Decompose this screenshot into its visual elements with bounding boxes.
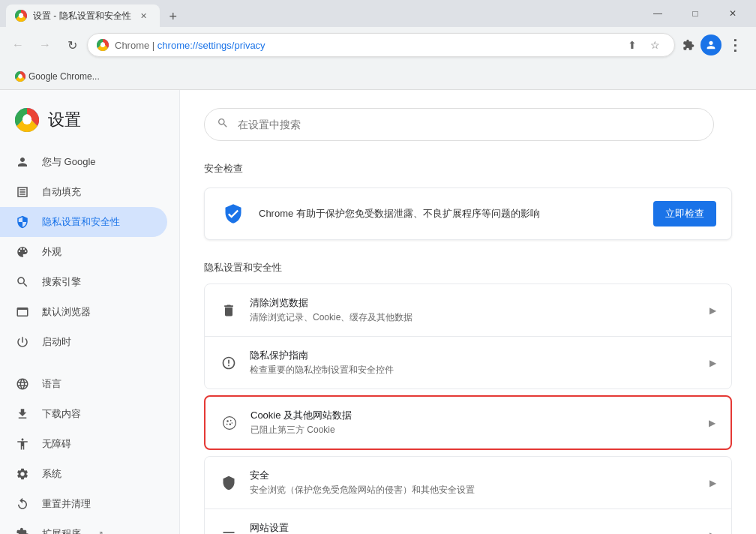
sidebar-item-autofill[interactable]: 自动填充 <box>0 177 167 207</box>
toolbar-icons: ⋮ <box>678 33 747 57</box>
bookmarks-bar: Google Chrome... <box>0 63 756 90</box>
address-favicon <box>97 39 109 51</box>
address-actions: ⬆ ☆ <box>622 34 665 56</box>
maximize-button[interactable]: □ <box>678 0 712 27</box>
refresh-button[interactable]: ↻ <box>60 33 84 57</box>
setting-item-site-settings[interactable]: 网站设置 控制网站可以使用和显示什么信息（如位置信息、摄像头、弹出式窗口及其他）… <box>205 509 731 534</box>
svg-point-11 <box>22 116 32 124</box>
privacy-guide-desc: 检查重要的隐私控制设置和安全控件 <box>250 364 698 376</box>
sidebar-item-extensions[interactable]: 扩展程序 ↗ <box>0 519 167 534</box>
privacy-guide-title: 隐私保护指南 <box>250 349 698 362</box>
sidebar-item-browser[interactable]: 默认浏览器 <box>0 297 167 327</box>
privacy-guide-icon <box>220 354 238 372</box>
privacy-icon <box>15 214 30 230</box>
downloads-icon <box>15 406 30 422</box>
sidebar-item-startup[interactable]: 启动时 <box>0 327 167 357</box>
profile-button[interactable] <box>700 34 722 56</box>
clear-browsing-arrow: ▶ <box>710 305 716 316</box>
browser-label: 默认浏览器 <box>42 305 91 319</box>
safety-check-card: Chrome 有助于保护您免受数据泄露、不良扩展程序等问题的影响 立即检查 <box>204 188 732 240</box>
titlebar: 设置 - 隐私设置和安全性 ✕ + — □ ✕ <box>0 0 756 27</box>
security-title: 安全 <box>250 469 698 482</box>
settings-group-1: 清除浏览数据 清除浏览记录、Cookie、缓存及其他数据 ▶ 隐私保护指南 检查… <box>204 284 732 389</box>
site-settings-text: 网站设置 控制网站可以使用和显示什么信息（如位置信息、摄像头、弹出式窗口及其他） <box>250 521 698 534</box>
active-tab[interactable]: 设置 - 隐私设置和安全性 ✕ <box>6 4 160 27</box>
extensions-external-icon: ↗ <box>96 529 104 534</box>
safety-check-button[interactable]: 立即检查 <box>653 201 716 226</box>
address-url: Chrome | chrome://settings/privacy <box>115 40 616 51</box>
sidebar-title: 设置 <box>48 109 81 131</box>
safety-check-description: Chrome 有助于保护您免受数据泄露、不良扩展程序等问题的影响 <box>259 207 641 220</box>
share-button[interactable]: ⬆ <box>622 34 643 56</box>
svg-point-2 <box>19 14 23 18</box>
tab-title: 设置 - 隐私设置和安全性 <box>33 10 131 22</box>
back-button[interactable]: ← <box>6 33 30 57</box>
tab-bar: 设置 - 隐私设置和安全性 ✕ + <box>6 0 640 27</box>
sidebar-item-privacy[interactable]: 隐私设置和安全性 <box>0 207 167 237</box>
reset-icon <box>15 496 30 512</box>
extensions-button[interactable] <box>678 34 699 56</box>
autofill-icon <box>15 184 30 200</box>
search-input[interactable] <box>238 118 701 130</box>
privacy-section-title: 隐私设置和安全性 <box>204 261 732 274</box>
navbar: ← → ↻ Chrome | chrome://settings/privacy… <box>0 27 756 63</box>
downloads-label: 下载内容 <box>42 407 81 421</box>
accessibility-icon <box>15 436 30 452</box>
setting-item-clear-browsing[interactable]: 清除浏览数据 清除浏览记录、Cookie、缓存及其他数据 ▶ <box>205 284 731 337</box>
cookies-arrow: ▶ <box>709 418 716 428</box>
system-label: 系统 <box>42 467 62 481</box>
accessibility-label: 无障碍 <box>42 437 71 451</box>
svg-point-17 <box>232 422 233 424</box>
setting-item-privacy-guide[interactable]: 隐私保护指南 检查重要的隐私控制设置和安全控件 ▶ <box>205 337 731 388</box>
tab-favicon <box>15 10 27 22</box>
sidebar-item-downloads[interactable]: 下载内容 <box>0 399 167 429</box>
security-desc: 安全浏览（保护您免受危险网站的侵害）和其他安全设置 <box>250 484 698 496</box>
url-scheme: Chrome | <box>115 40 158 51</box>
bookmark-label: Google Chrome... <box>28 71 100 82</box>
browser-icon <box>15 304 30 320</box>
svg-point-5 <box>100 43 105 47</box>
clear-browsing-title: 清除浏览数据 <box>250 296 698 310</box>
language-label: 语言 <box>42 377 62 391</box>
search-nav-icon <box>15 274 30 290</box>
minimize-button[interactable]: — <box>640 0 675 27</box>
sidebar: 设置 您与 Google 自动填充 隐私设置和安全性 外观 <box>0 90 180 534</box>
new-tab-button[interactable]: + <box>163 6 184 27</box>
sidebar-item-you-google[interactable]: 您与 Google <box>0 147 167 177</box>
content-area: 设置 您与 Google 自动填充 隐私设置和安全性 外观 <box>0 90 756 534</box>
close-button[interactable]: ✕ <box>716 0 750 27</box>
clear-browsing-desc: 清除浏览记录、Cookie、缓存及其他数据 <box>250 311 698 324</box>
sidebar-item-language[interactable]: 语言 <box>0 369 167 399</box>
site-settings-arrow: ▶ <box>710 530 716 535</box>
bookmark-item-google-chrome[interactable]: Google Chrome... <box>9 68 106 85</box>
cookie-highlighted-wrapper: Cookie 及其他网站数据 已阻止第三方 Cookie ▶ <box>204 395 732 450</box>
extensions-label: 扩展程序 <box>42 527 81 534</box>
chrome-logo <box>15 108 39 132</box>
svg-point-16 <box>230 423 232 425</box>
site-settings-icon <box>220 526 238 535</box>
sidebar-item-appearance[interactable]: 外观 <box>0 237 167 267</box>
cookies-text: Cookie 及其他网站数据 已阻止第三方 Cookie <box>250 409 697 436</box>
address-bar[interactable]: Chrome | chrome://settings/privacy ⬆ ☆ <box>87 33 675 57</box>
sidebar-header: 设置 <box>0 102 179 147</box>
sidebar-item-accessibility[interactable]: 无障碍 <box>0 429 167 459</box>
svg-point-8 <box>18 74 22 78</box>
security-icon <box>220 474 238 492</box>
menu-button[interactable]: ⋮ <box>723 33 747 57</box>
cookies-icon <box>220 414 238 432</box>
forward-button[interactable]: → <box>33 33 57 57</box>
clear-browsing-text: 清除浏览数据 清除浏览记录、Cookie、缓存及其他数据 <box>250 296 698 324</box>
svg-point-14 <box>230 419 232 421</box>
privacy-guide-text: 隐私保护指南 检查重要的隐私控制设置和安全控件 <box>250 349 698 376</box>
setting-item-cookies[interactable]: Cookie 及其他网站数据 已阻止第三方 Cookie ▶ <box>206 397 730 448</box>
sidebar-item-reset[interactable]: 重置并清理 <box>0 489 167 519</box>
search-box[interactable] <box>204 108 714 141</box>
sidebar-item-search[interactable]: 搜索引擎 <box>0 267 167 297</box>
bookmark-button[interactable]: ☆ <box>644 34 665 56</box>
safety-check-title: 安全检查 <box>204 162 732 176</box>
you-google-label: 您与 Google <box>42 155 96 169</box>
tab-close-button[interactable]: ✕ <box>137 9 151 22</box>
security-text: 安全 安全浏览（保护您免受危险网站的侵害）和其他安全设置 <box>250 469 698 496</box>
sidebar-item-system[interactable]: 系统 <box>0 459 167 489</box>
setting-item-security[interactable]: 安全 安全浏览（保护您免受危险网站的侵害）和其他安全设置 ▶ <box>205 457 731 509</box>
